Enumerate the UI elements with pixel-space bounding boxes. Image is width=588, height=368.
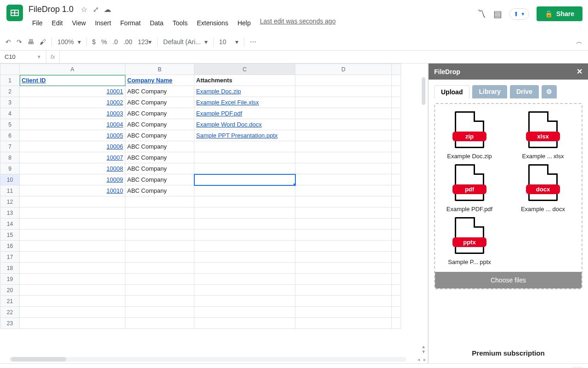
cell-C6[interactable]: Sample PPT Presantation.pptx [194, 130, 295, 141]
file-tile-docx[interactable]: docxExample ... docx [513, 164, 573, 213]
explore-button[interactable]: ✦ [571, 367, 583, 368]
row-header[interactable]: 10 [0, 174, 20, 185]
cell-D6[interactable] [295, 130, 392, 141]
last-edit-link[interactable]: Last edit was seconds ago [260, 17, 336, 29]
cell-E2[interactable] [392, 86, 401, 97]
cell-blank[interactable] [295, 263, 392, 274]
cell-blank[interactable] [20, 285, 125, 296]
menu-format[interactable]: Format [117, 17, 144, 29]
document-title[interactable]: FileDrop 1.0 [28, 5, 74, 14]
formula-input[interactable] [60, 51, 588, 63]
cell-D8[interactable] [295, 152, 392, 163]
row-header[interactable]: 17 [0, 252, 20, 263]
font-size-select[interactable]: 10 ▾ [219, 38, 238, 46]
row-header[interactable]: 22 [0, 307, 20, 318]
cell-E5[interactable] [392, 119, 401, 130]
choose-files-button[interactable]: Choose files [435, 272, 582, 288]
cell-blank[interactable] [20, 218, 125, 230]
cell-B6[interactable]: ABC Company [125, 130, 194, 141]
row-header[interactable]: 8 [0, 152, 20, 163]
cell-blank[interactable] [194, 252, 295, 263]
cell-blank[interactable] [125, 218, 194, 230]
cell-blank[interactable] [125, 196, 194, 207]
cell-blank[interactable] [194, 318, 295, 329]
row-header[interactable]: 21 [0, 296, 20, 307]
cell-blank[interactable] [392, 296, 401, 307]
cell-B8[interactable]: ABC Company [125, 152, 194, 163]
cell-blank[interactable] [125, 307, 194, 318]
cell-blank[interactable] [392, 318, 401, 329]
cell-D5[interactable] [295, 119, 392, 130]
cell-blank[interactable] [194, 274, 295, 285]
cell-blank[interactable] [20, 241, 125, 252]
cell-D7[interactable] [295, 141, 392, 152]
cell-blank[interactable] [295, 196, 392, 207]
cell-E11[interactable] [392, 185, 401, 196]
cell-blank[interactable] [125, 241, 194, 252]
cell-A8[interactable]: 10007 [20, 152, 125, 163]
row-header[interactable]: 3 [0, 97, 20, 108]
cell-blank[interactable] [295, 296, 392, 307]
premium-link[interactable]: Premium subscription [429, 343, 588, 363]
cell-C8[interactable] [194, 152, 295, 163]
cell-D9[interactable] [295, 163, 392, 174]
menu-tools[interactable]: Tools [169, 17, 192, 29]
cloud-status-icon[interactable]: ☁ [104, 6, 111, 13]
cell-blank[interactable] [295, 252, 392, 263]
cell-A7[interactable]: 10006 [20, 141, 125, 152]
cell-B11[interactable]: ABC Company [125, 185, 194, 196]
vertical-scrollbar[interactable]: ▲▼ [420, 75, 427, 354]
print-icon[interactable]: 🖶 [28, 38, 34, 46]
cell-blank[interactable] [20, 230, 125, 241]
tab-drive[interactable]: Drive [510, 85, 539, 98]
col-header-D[interactable]: D [295, 64, 392, 75]
cell-A1[interactable]: Client ID [20, 75, 125, 86]
cell-blank[interactable] [392, 263, 401, 274]
cell-blank[interactable] [392, 241, 401, 252]
scroll-left-icon[interactable]: ◂ [416, 357, 422, 362]
cell-blank[interactable] [295, 218, 392, 230]
cell-blank[interactable] [20, 196, 125, 207]
cell-C5[interactable]: Example Word Doc.docx [194, 119, 295, 130]
cell-blank[interactable] [295, 274, 392, 285]
cell-B7[interactable]: ABC Company [125, 141, 194, 152]
cell-D3[interactable] [295, 97, 392, 108]
row-header[interactable]: 4 [0, 108, 20, 119]
undo-icon[interactable]: ↶ [6, 38, 11, 46]
cell-blank[interactable] [20, 318, 125, 329]
cell-blank[interactable] [194, 241, 295, 252]
cell-D10[interactable] [295, 174, 392, 185]
cell-A11[interactable]: 10010 [20, 185, 125, 196]
cell-blank[interactable] [194, 207, 295, 218]
tab-upload[interactable]: Upload [434, 85, 469, 98]
cell-blank[interactable] [392, 274, 401, 285]
cell-blank[interactable] [392, 307, 401, 318]
cell-blank[interactable] [125, 274, 194, 285]
menu-file[interactable]: File [28, 17, 46, 29]
scroll-right-icon[interactable]: ▸ [422, 357, 428, 362]
cell-A6[interactable]: 10005 [20, 130, 125, 141]
cell-E3[interactable] [392, 97, 401, 108]
file-tile-xlsx[interactable]: xlsxExample ... xlsx [513, 111, 573, 160]
menu-insert[interactable]: Insert [91, 17, 115, 29]
more-toolbar-icon[interactable]: ⋯ [250, 38, 256, 46]
row-header[interactable]: 19 [0, 274, 20, 285]
col-header-C[interactable]: C [194, 64, 295, 75]
cell-A3[interactable]: 10002 [20, 97, 125, 108]
cell-blank[interactable] [194, 296, 295, 307]
row-header[interactable]: 2 [0, 86, 20, 97]
cell-A9[interactable]: 10008 [20, 163, 125, 174]
menu-extensions[interactable]: Extensions [193, 17, 232, 29]
cell-D4[interactable] [295, 108, 392, 119]
cell-blank[interactable] [125, 296, 194, 307]
cell-blank[interactable] [20, 307, 125, 318]
cell-blank[interactable] [125, 285, 194, 296]
cell-D2[interactable] [295, 86, 392, 97]
cell-A2[interactable]: 10001 [20, 86, 125, 97]
cell-blank[interactable] [392, 230, 401, 241]
cell-blank[interactable] [295, 207, 392, 218]
star-icon[interactable]: ☆ [81, 6, 87, 13]
zoom-select[interactable]: 100% ▾ [57, 38, 81, 46]
file-tile-zip[interactable]: zipExample Doc.zip [440, 111, 499, 160]
cell-blank[interactable] [295, 318, 392, 329]
